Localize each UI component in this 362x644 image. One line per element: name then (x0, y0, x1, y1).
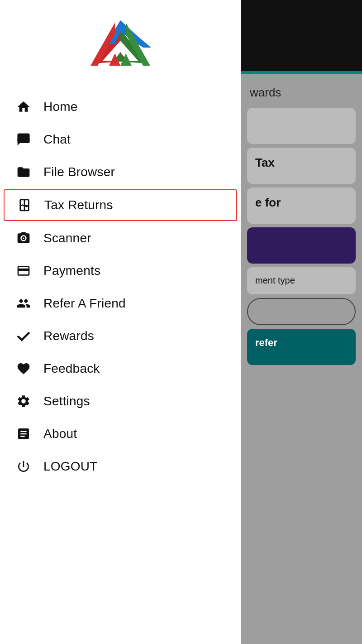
sidebar-item-settings[interactable]: Settings (0, 385, 241, 418)
right-card-for: e for (247, 187, 356, 224)
partial-text-payment: ment type (255, 275, 295, 285)
right-panel-content: wards Tax e for ment type refer (241, 74, 362, 644)
right-panel-top (241, 0, 362, 72)
heart-icon (14, 360, 33, 377)
sidebar-item-scanner[interactable]: Scanner (0, 222, 241, 255)
app-logo (84, 18, 157, 77)
sidebar-item-tax-returns-label: Tax Returns (44, 198, 113, 212)
sidebar-item-refer-a-friend-label: Refer A Friend (43, 296, 126, 311)
partial-text-wards: wards (245, 78, 357, 104)
partial-text-refer: refer (255, 337, 277, 348)
sidebar-item-feedback[interactable]: Feedback (0, 352, 241, 385)
sidebar-item-about[interactable]: About (0, 418, 241, 450)
right-card-teal: refer (247, 329, 356, 365)
right-card-tax: Tax (247, 148, 356, 184)
sidebar-item-logout[interactable]: LOGOUT (0, 450, 241, 483)
sidebar-item-rewards[interactable]: Rewards (0, 320, 241, 352)
sidebar-item-file-browser[interactable]: File Browser (0, 156, 241, 188)
right-card-1 (247, 108, 356, 144)
sidebar-item-about-label: About (43, 427, 77, 441)
svg-rect-7 (18, 138, 30, 143)
sidebar-item-scanner-label: Scanner (43, 231, 91, 245)
power-icon (14, 458, 33, 475)
teal-divider (241, 71, 362, 74)
partial-text-for: e for (255, 196, 281, 209)
home-icon (14, 99, 33, 115)
sidebar-item-file-browser-label: File Browser (43, 165, 115, 179)
book-icon (14, 197, 34, 213)
sidebar-item-chat[interactable]: Chat (0, 123, 241, 156)
sidebar-item-tax-returns[interactable]: Tax Returns (4, 189, 237, 221)
right-card-purple (247, 227, 356, 264)
sidebar-item-logout-label: LOGOUT (43, 459, 97, 474)
sidebar-item-payments-label: Payments (43, 264, 100, 278)
refer-icon (14, 295, 33, 312)
sidebar-item-refer-a-friend[interactable]: Refer A Friend (0, 287, 241, 320)
navigation-drawer: Home Chat File Browser (0, 0, 241, 644)
chat-icon (14, 131, 33, 148)
sidebar-item-rewards-label: Rewards (43, 329, 94, 343)
sidebar-item-home-label: Home (43, 100, 78, 114)
sidebar-item-feedback-label: Feedback (43, 361, 100, 376)
right-card-outline (247, 298, 356, 325)
partial-text-tax: Tax (255, 156, 275, 169)
about-icon (14, 426, 33, 442)
folder-icon (14, 164, 33, 180)
right-card-payment: ment type (247, 267, 356, 294)
gear-icon (14, 393, 33, 409)
menu-list: Home Chat File Browser (0, 91, 241, 635)
sidebar-item-chat-label: Chat (43, 132, 71, 147)
sidebar-item-settings-label: Settings (43, 394, 90, 409)
rewards-icon (14, 328, 33, 344)
sidebar-item-payments[interactable]: Payments (0, 255, 241, 287)
camera-icon (14, 230, 33, 246)
logo-area (0, 0, 241, 91)
sidebar-item-home[interactable]: Home (0, 91, 241, 123)
payments-icon (14, 263, 33, 279)
